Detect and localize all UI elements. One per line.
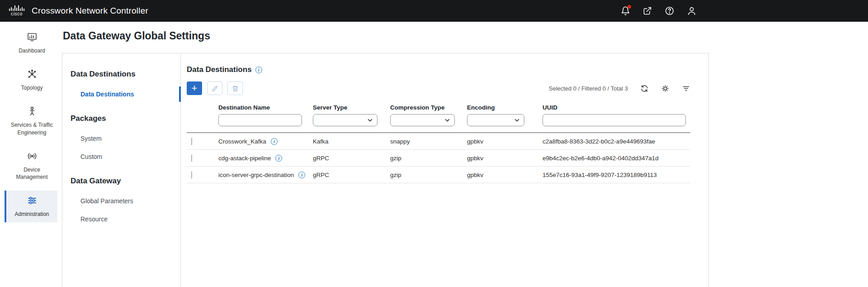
subnav-item-data-destinations[interactable]: Data Destinations: [62, 85, 180, 103]
services-traffic-icon: [27, 106, 38, 119]
row-checkbox[interactable]: [191, 138, 192, 145]
refresh-icon[interactable]: [640, 84, 649, 93]
subnav-item-resource[interactable]: Resource: [62, 210, 180, 228]
compression-type: gzip: [390, 155, 467, 162]
bell-icon[interactable]: [620, 6, 630, 16]
device-management-icon: [27, 151, 38, 163]
open-in-new-icon[interactable]: [642, 6, 652, 16]
user-icon[interactable]: [687, 6, 697, 16]
topbar-icon-group: [620, 0, 697, 22]
cisco-logo-text: cisco: [11, 12, 23, 16]
filter-icon[interactable]: [681, 84, 690, 93]
edit-pencil-icon: [211, 85, 219, 92]
destination-name-filter-input[interactable]: [218, 114, 302, 126]
sidebar-item-label: Device Management: [7, 166, 57, 181]
edit-button[interactable]: [207, 81, 222, 95]
sidebar-item-label: Topology: [21, 84, 42, 91]
destinations-table: Destination Name Server Type Compression…: [187, 104, 690, 183]
administration-icon: [27, 195, 38, 208]
col-header-uuid: UUID: [542, 104, 690, 111]
notification-badge-dot: [627, 5, 631, 9]
server-type: Kafka: [313, 138, 390, 145]
chevron-down-icon: [514, 119, 519, 122]
compression-type: snappy: [390, 138, 467, 145]
content-heading-text: Data Destinations: [187, 65, 252, 74]
topology-icon: [27, 69, 38, 81]
content-heading: Data Destinations i: [187, 65, 690, 74]
destination-name: cdg-astack-pipeline: [218, 155, 271, 162]
gear-icon[interactable]: [660, 84, 670, 93]
table-header-row: Destination Name Server Type Compression…: [187, 104, 690, 114]
uuid-filter-input[interactable]: [542, 114, 686, 126]
sidebar-item-services-traffic-engineering[interactable]: Services & Traffic Engineering: [5, 101, 57, 140]
info-icon[interactable]: i: [275, 155, 282, 162]
row-checkbox[interactable]: [191, 171, 192, 179]
uuid: 155e7c16-93a1-49f9-9207-1239189b9113: [542, 172, 690, 178]
info-icon[interactable]: i: [271, 138, 278, 145]
col-header-server-type: Server Type: [313, 104, 390, 111]
table-row[interactable]: cdg-astack-pipeline i gRPC gzip gpbkv e9…: [187, 150, 690, 167]
server-type: gRPC: [313, 172, 390, 178]
sidebar-item-label: Services & Traffic Engineering: [7, 121, 57, 136]
dashboard-icon: [27, 32, 38, 44]
delete-button[interactable]: [227, 81, 243, 95]
table-row[interactable]: icon-server-grpc-destination i gRPC gzip…: [187, 167, 690, 183]
settings-panel: Data Destinations Data Destinations Pack…: [62, 53, 709, 287]
table-toolbar: + Selected 0 / Filtered 0 / Total 3: [187, 81, 690, 95]
server-type-filter-select[interactable]: [313, 114, 377, 126]
col-header-encoding: Encoding: [467, 104, 542, 111]
chevron-down-icon: [368, 119, 373, 122]
subnav-section-data-destinations: Data Destinations: [71, 70, 180, 79]
uuid: e9b4c2ec-b2e6-4db0-a942-0402dd347a1d: [542, 155, 690, 162]
table-row[interactable]: Crosswork_Kafka i Kafka snappy gpbkv c2a…: [187, 133, 690, 150]
encoding: gpbkv: [467, 138, 542, 145]
destination-name: Crosswork_Kafka: [218, 138, 266, 145]
help-icon[interactable]: [665, 6, 675, 16]
info-icon[interactable]: i: [255, 67, 262, 73]
info-icon[interactable]: i: [298, 172, 305, 178]
cisco-logo: cisco: [9, 5, 24, 16]
chevron-down-icon: [445, 119, 450, 122]
row-checkbox[interactable]: [191, 154, 192, 162]
col-header-compression-type: Compression Type: [390, 104, 467, 111]
subnav-section-packages: Packages: [71, 114, 180, 123]
main-sidebar: Dashboard Topology Services & Traffic En…: [0, 22, 62, 287]
page-title: Data Gateway Global Settings: [63, 30, 210, 42]
encoding: gpbkv: [467, 172, 542, 178]
app-title: Crosswork Network Controller: [32, 6, 148, 16]
selection-summary: Selected 0 / Filtered 0 / Total 3: [549, 85, 628, 92]
data-destinations-content: Data Destinations i + Selected 0 / Filte…: [181, 53, 708, 287]
compression-type: gzip: [390, 172, 467, 178]
encoding-filter-select[interactable]: [467, 114, 524, 126]
subnav-item-custom[interactable]: Custom: [62, 148, 180, 166]
col-header-destination-name: Destination Name: [218, 104, 313, 111]
compression-type-filter-select[interactable]: [390, 114, 455, 126]
delete-trash-icon: [231, 85, 239, 92]
settings-subnav: Data Destinations Data Destinations Pack…: [62, 53, 181, 287]
subnav-section-data-gateway: Data Gateway: [71, 177, 180, 186]
uuid: c2a8fba8-8363-3d22-b0c2-a9e449693fae: [542, 138, 690, 145]
sidebar-item-topology[interactable]: Topology: [5, 64, 57, 96]
destination-name: icon-server-grpc-destination: [218, 172, 294, 178]
cisco-logo-bars: [9, 5, 24, 11]
encoding: gpbkv: [467, 155, 542, 162]
subnav-item-system[interactable]: System: [62, 129, 180, 148]
sidebar-item-label: Dashboard: [19, 47, 45, 54]
add-destination-button[interactable]: +: [187, 81, 202, 95]
sidebar-item-administration[interactable]: Administration: [5, 191, 57, 222]
sidebar-item-dashboard[interactable]: Dashboard: [5, 27, 57, 59]
server-type: gRPC: [313, 155, 390, 162]
top-app-bar: cisco Crosswork Network Controller: [0, 0, 868, 22]
subnav-item-global-parameters[interactable]: Global Parameters: [62, 192, 180, 210]
table-filter-row: [187, 114, 690, 133]
sidebar-item-device-management[interactable]: Device Management: [5, 146, 57, 185]
sidebar-item-label: Administration: [14, 210, 49, 218]
